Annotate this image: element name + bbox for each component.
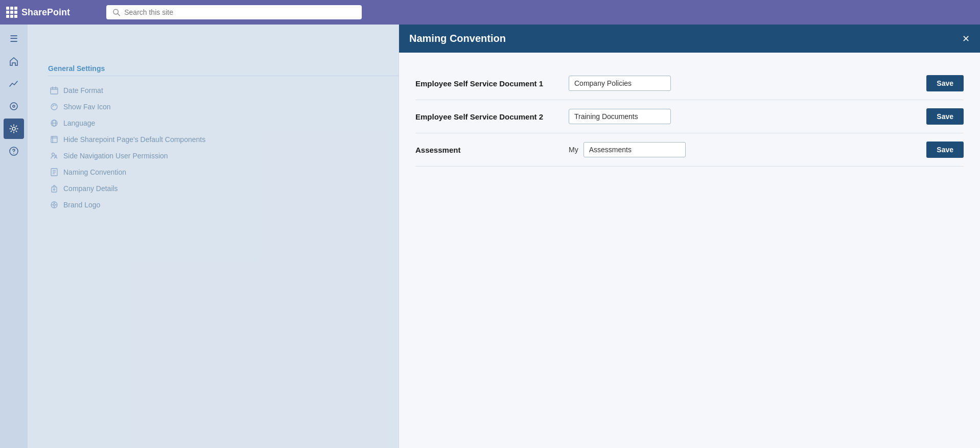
svg-point-4: [12, 127, 15, 130]
home-icon: [9, 56, 19, 66]
panel-row-doc2: Employee Self Service Document 2 Save: [415, 100, 964, 133]
settings-icon: [9, 124, 19, 134]
panel-header: Naming Convention ✕: [399, 25, 980, 53]
sidebar-item-brain[interactable]: [4, 96, 24, 116]
sidebar-item-home[interactable]: [4, 51, 24, 72]
svg-line-1: [118, 14, 120, 16]
top-bar: SharePoint: [0, 0, 980, 25]
help-icon: [9, 146, 19, 156]
sidebar-nav: ☰: [0, 25, 28, 448]
sidebar-item-help[interactable]: [4, 141, 24, 161]
svg-point-6: [13, 153, 14, 154]
panel-row-label-doc1: Employee Self Service Document 1: [415, 79, 558, 88]
logo: SharePoint: [6, 7, 98, 18]
panel-input-doc2[interactable]: [569, 109, 671, 124]
settings-area: General Settings Date Format Show Fav Ic…: [28, 25, 980, 448]
sidebar-item-settings[interactable]: [4, 119, 24, 139]
panel-input-assessment[interactable]: [584, 142, 686, 157]
main-layout: ☰: [0, 25, 980, 448]
brain-icon: [9, 101, 19, 111]
panel-row-input-area-doc1: [569, 76, 916, 91]
panel-row-doc1: Employee Self Service Document 1 Save: [415, 67, 964, 100]
top-search-bar[interactable]: [106, 5, 362, 19]
panel-save-button-doc1[interactable]: Save: [926, 75, 964, 91]
analytics-icon: [9, 79, 19, 89]
panel-body: Employee Self Service Document 1 Save Em…: [399, 53, 980, 448]
panel-close-button[interactable]: ✕: [962, 34, 970, 43]
grid-icon: [6, 7, 17, 18]
panel-row-assessment: Assessment My Save: [415, 133, 964, 167]
panel-row-input-area-assessment: My: [569, 142, 916, 157]
panel-save-button-assessment[interactable]: Save: [926, 142, 964, 158]
top-search-input[interactable]: [124, 8, 356, 16]
svg-point-2: [10, 103, 17, 110]
logo-text: SharePoint: [21, 7, 70, 18]
naming-convention-panel: Naming Convention ✕ Employee Self Servic…: [399, 25, 980, 448]
svg-point-3: [13, 105, 15, 107]
panel-row-input-area-doc2: [569, 109, 916, 124]
sidebar-item-menu[interactable]: ☰: [4, 29, 24, 49]
sidebar-item-analytics[interactable]: [4, 74, 24, 94]
panel-save-button-doc2[interactable]: Save: [926, 108, 964, 125]
panel-assessment-prefix: My: [569, 146, 578, 154]
panel-row-label-assessment: Assessment: [415, 146, 558, 154]
panel-title: Naming Convention: [409, 33, 506, 44]
panel-input-doc1[interactable]: [569, 76, 671, 91]
search-icon: [112, 8, 120, 16]
panel-row-label-doc2: Employee Self Service Document 2: [415, 112, 558, 121]
